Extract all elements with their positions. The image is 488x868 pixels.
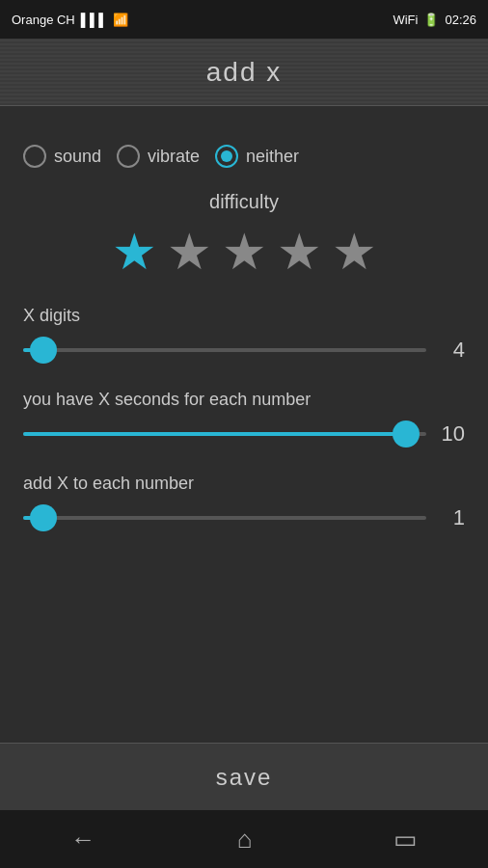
battery-icon: 🔋 — [423, 13, 439, 27]
x-digits-slider-row: 4 — [23, 338, 465, 363]
radio-group: sound vibrate neither — [23, 145, 465, 168]
stars-row: ★ ★ ★ ★ ★ — [23, 227, 465, 277]
title-bar: add x — [0, 39, 488, 106]
radio-label-sound: sound — [54, 147, 101, 167]
status-left: Orange CH ▌▌▌ 📶 — [12, 13, 128, 27]
main-content: sound vibrate neither difficulty ★ ★ ★ ★… — [0, 106, 488, 733]
seconds-section: you have X seconds for each number 10 — [23, 390, 465, 447]
x-digits-thumb[interactable] — [30, 337, 57, 364]
time-display: 02:26 — [445, 13, 476, 27]
add-x-track[interactable] — [23, 516, 426, 520]
star-5[interactable]: ★ — [332, 227, 377, 277]
nav-back-icon[interactable]: ← — [70, 825, 95, 854]
signal-icon: ▌▌▌ — [81, 13, 108, 27]
status-right: WiFi 🔋 02:26 — [393, 13, 476, 27]
add-x-label: add X to each number — [23, 474, 465, 494]
radio-label-vibrate: vibrate — [148, 147, 200, 167]
seconds-value: 10 — [438, 421, 465, 447]
radio-neither[interactable]: neither — [215, 145, 299, 168]
nav-bar: ← ⌂ ▭ — [0, 810, 488, 868]
x-digits-section: X digits 4 — [23, 306, 465, 363]
radio-circle-neither[interactable] — [215, 145, 238, 168]
star-4[interactable]: ★ — [277, 227, 322, 277]
save-button[interactable]: save — [216, 764, 273, 791]
radio-circle-vibrate[interactable] — [117, 145, 140, 168]
seconds-slider-row: 10 — [23, 421, 465, 447]
seconds-fill — [23, 432, 406, 436]
radio-circle-sound[interactable] — [23, 145, 46, 168]
page-title: add x — [206, 57, 283, 88]
nav-home-icon[interactable]: ⌂ — [237, 825, 253, 854]
x-digits-label: X digits — [23, 306, 465, 326]
x-digits-track[interactable] — [23, 348, 426, 352]
carrier-text: Orange CH — [12, 13, 75, 27]
seconds-track[interactable] — [23, 432, 426, 436]
wifi-icon: WiFi — [393, 13, 418, 27]
x-digits-value: 4 — [438, 338, 465, 363]
star-2[interactable]: ★ — [167, 227, 212, 277]
add-x-thumb[interactable] — [30, 504, 57, 531]
add-x-value: 1 — [438, 505, 465, 530]
sim-icon: 📶 — [113, 13, 128, 27]
add-x-slider-row: 1 — [23, 505, 465, 530]
star-1[interactable]: ★ — [112, 227, 157, 277]
radio-vibrate[interactable]: vibrate — [117, 145, 200, 168]
radio-sound[interactable]: sound — [23, 145, 101, 168]
difficulty-label: difficulty — [23, 191, 465, 213]
star-3[interactable]: ★ — [222, 227, 267, 277]
seconds-label: you have X seconds for each number — [23, 390, 465, 410]
radio-label-neither: neither — [246, 147, 299, 167]
save-area: save — [0, 743, 488, 810]
seconds-thumb[interactable] — [393, 420, 420, 448]
add-x-section: add X to each number 1 — [23, 474, 465, 530]
status-bar: Orange CH ▌▌▌ 📶 WiFi 🔋 02:26 — [0, 0, 488, 39]
nav-recents-icon[interactable]: ▭ — [393, 825, 418, 854]
